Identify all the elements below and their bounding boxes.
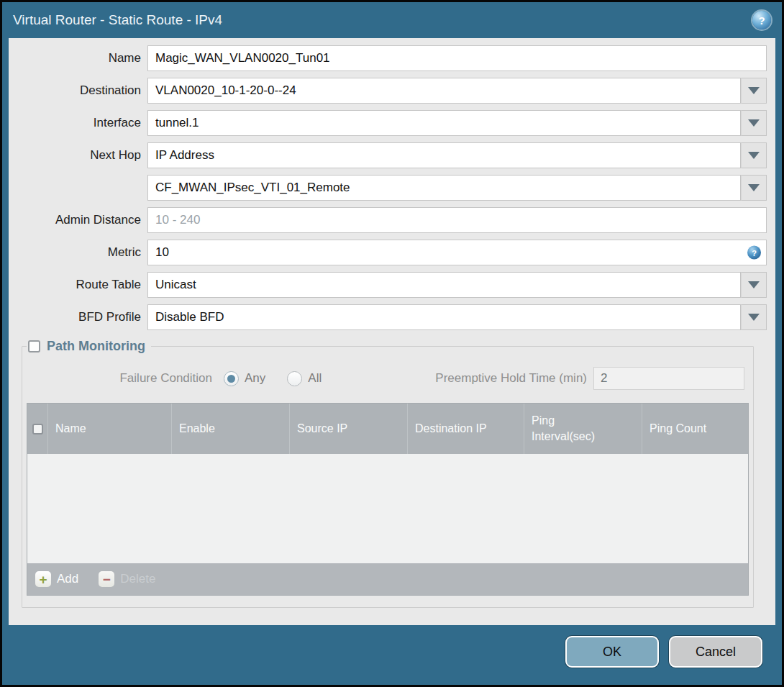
- column-header-name: Name: [48, 404, 172, 454]
- path-monitoring-table-body: [27, 454, 748, 563]
- dialog-titlebar: Virtual Router - Static Route - IPv4: [2, 2, 782, 38]
- chevron-down-icon: [748, 119, 760, 127]
- failure-condition-all-radio: [287, 371, 302, 386]
- route-table-label: Route Table: [9, 278, 147, 292]
- column-header-enable: Enable: [172, 404, 290, 454]
- next-hop-row: Next Hop: [9, 142, 767, 168]
- add-button-label: Add: [57, 572, 78, 586]
- name-row: Name: [9, 45, 767, 71]
- next-hop-label: Next Hop: [9, 148, 147, 163]
- failure-condition-any-label: Any: [245, 371, 265, 386]
- interface-dropdown-button[interactable]: [741, 110, 767, 136]
- help-icon[interactable]: [752, 11, 771, 29]
- failure-condition-row: Failure Condition Any All Preemptive Hol…: [27, 365, 749, 391]
- bfd-profile-dropdown-button[interactable]: [741, 304, 767, 330]
- failure-condition-any-radio: [224, 371, 239, 386]
- path-monitoring-section: Path Monitoring Failure Condition Any Al…: [22, 339, 754, 608]
- plus-icon: +: [35, 571, 51, 587]
- interface-input[interactable]: [147, 110, 741, 136]
- dialog-body: Name Destination Interface: [9, 38, 775, 625]
- chevron-down-icon: [748, 281, 760, 288]
- column-header-source-ip: Source IP: [290, 404, 408, 454]
- name-input[interactable]: [147, 45, 767, 71]
- delete-button-label: Delete: [120, 572, 155, 586]
- route-table-input[interactable]: [147, 272, 741, 298]
- path-monitoring-checkbox[interactable]: [28, 340, 40, 352]
- admin-distance-label: Admin Distance: [9, 213, 147, 227]
- interface-label: Interface: [9, 116, 147, 130]
- admin-distance-row: Admin Distance: [9, 207, 767, 233]
- preemptive-hold-time-input: [593, 367, 744, 390]
- column-header-ping-interval: Ping Interval(sec): [524, 404, 642, 454]
- metric-row: Metric: [9, 240, 767, 265]
- destination-row: Destination: [9, 78, 767, 104]
- path-monitoring-table-toolbar: + Add − Delete: [27, 563, 748, 595]
- path-monitoring-table-header: Name Enable Source IP Destination IP Pin…: [27, 404, 748, 454]
- next-hop-address-dropdown-button[interactable]: [741, 175, 767, 201]
- minus-icon: −: [99, 571, 114, 587]
- next-hop-type-dropdown-button[interactable]: [741, 142, 767, 168]
- dialog-title: Virtual Router - Static Route - IPv4: [13, 12, 222, 28]
- destination-dropdown-button[interactable]: [741, 78, 767, 104]
- path-monitoring-legend: Path Monitoring: [27, 339, 151, 354]
- failure-condition-label: Failure Condition: [27, 371, 212, 386]
- chevron-down-icon: [748, 314, 760, 321]
- bfd-profile-input[interactable]: [147, 304, 741, 330]
- chevron-down-icon: [748, 184, 760, 191]
- delete-button: − Delete: [99, 571, 155, 587]
- route-table-row: Route Table: [9, 272, 767, 298]
- next-hop-address-input[interactable]: [147, 175, 741, 201]
- add-button[interactable]: + Add: [35, 571, 78, 587]
- interface-row: Interface: [9, 110, 767, 136]
- cancel-button[interactable]: Cancel: [669, 636, 762, 668]
- ok-button[interactable]: OK: [565, 636, 659, 668]
- chevron-down-icon: [748, 87, 760, 94]
- chevron-down-icon: [748, 152, 760, 159]
- select-all-checkbox: [32, 424, 43, 435]
- route-table-dropdown-button[interactable]: [741, 272, 767, 298]
- destination-input[interactable]: [147, 78, 741, 104]
- bfd-profile-label: BFD Profile: [9, 310, 147, 324]
- bfd-profile-row: BFD Profile: [9, 304, 767, 330]
- path-monitoring-title: Path Monitoring: [47, 339, 145, 354]
- dialog-footer: OK Cancel: [2, 625, 782, 685]
- failure-condition-all-label: All: [308, 371, 322, 386]
- column-header-destination-ip: Destination IP: [408, 404, 524, 454]
- metric-help-icon: [747, 246, 761, 260]
- select-all-cell: [27, 404, 48, 454]
- admin-distance-input[interactable]: [147, 207, 767, 233]
- static-route-dialog: Virtual Router - Static Route - IPv4 Nam…: [0, 0, 784, 687]
- destination-label: Destination: [9, 83, 147, 98]
- name-label: Name: [9, 51, 147, 65]
- next-hop-type-input[interactable]: [147, 142, 741, 168]
- path-monitoring-table: Name Enable Source IP Destination IP Pin…: [27, 403, 749, 596]
- preemptive-hold-time-label: Preemptive Hold Time (min): [435, 371, 587, 386]
- next-hop-address-row: [9, 175, 767, 201]
- column-header-ping-count: Ping Count: [642, 404, 748, 454]
- metric-label: Metric: [9, 245, 147, 260]
- metric-input[interactable]: [147, 240, 767, 265]
